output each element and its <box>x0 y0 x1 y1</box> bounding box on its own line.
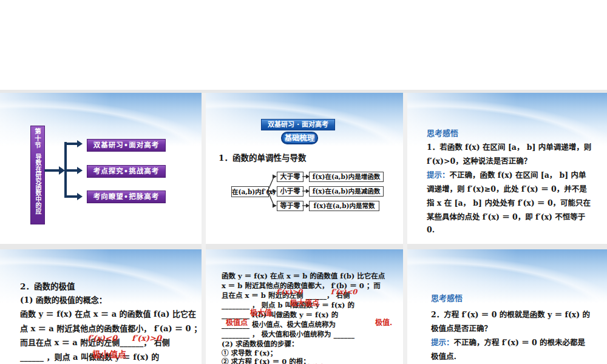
arrow3-shaft <box>66 195 78 198</box>
slide-thumb-nav[interactable]: 第十节 导数在研究函数中的应 双基研习•面对高考 考点探究•挑战高考 考向瞭望•… <box>0 93 202 244</box>
nav-item-kaoxiang[interactable]: 考向瞭望•把脉高考 <box>87 190 166 203</box>
slide-thumb-basics[interactable]: 双基研习 · 面对高考 基础梳理 1．函数的单调性与导数 在(a,b)内f′(x… <box>206 93 403 244</box>
extrema-max-line4: ________ ， 则点 b 叫做函数 y ＝ f(x) 的 <box>222 300 354 309</box>
chapter-number-label: 第十节 <box>33 128 42 149</box>
flow-result-increasing-box: f(x)在(a,b)内是增函数 <box>309 172 384 182</box>
slide-thumb-think1[interactable]: 思考感悟 1．若函数 f(x) 在区间 [a， b] 内单调递增，则 f′(x)… <box>407 93 607 244</box>
slide-thumb-extrema-max[interactable]: 函数 y ＝ f(x) 在点 x ＝ b 的函数值 f(b) 比它在点 x ＝ … <box>206 249 403 364</box>
think2-line3: 不正确，方程 f′(x) ＝ 0 的根未必都是 <box>454 338 586 347</box>
nav-item-kaodian[interactable]: 考点探究•挑战高考 <box>87 165 166 178</box>
arrow1-shaft <box>66 143 78 145</box>
slide-grid-page: { "colors": { "accent_blue": "#2f6eb5", … <box>0 0 607 364</box>
think1-line7: 0. <box>427 225 435 234</box>
column-gap-1 <box>202 93 206 364</box>
think2-line1: 2．方程 f′(x) ＝ 0 的根就是函数 y ＝ f(x) 的 <box>431 308 590 320</box>
hint-prefix-label: 提示： <box>431 338 454 347</box>
annotation-extreme-value: 极值. <box>375 317 392 327</box>
arrow1-head <box>77 140 83 147</box>
annotation-right-condition: f′(x)<0 <box>331 288 357 296</box>
extrema-title: 2．函数的极值 <box>20 280 75 292</box>
think1-line3: 不正确，函数 f(x) 在区间 [a， b] 内单 <box>450 170 586 180</box>
slide-thumb-extrema-min[interactable]: 2．函数的极值 (1) 函数的极值的概念： 函数 y ＝ f(x) 在点 x ＝… <box>0 249 202 364</box>
annotation-max-point: 极大值点 <box>290 297 319 308</box>
think1-hint-line: 提示：不正确，函数 f(x) 在区间 [a， b] 内单 <box>427 169 586 180</box>
extrema-min-line4: ______ ，则点 a 叫做函数 y ＝ f(x) 的 <box>20 351 159 362</box>
think1-line2: f′(x)>0，这种说法是否正确？ <box>427 155 531 166</box>
think2-line4: 极值点. <box>431 350 456 362</box>
annotation-max-value: 极大值 <box>250 307 272 317</box>
annotation-right-condition: f′(x)>0 <box>132 334 161 343</box>
main-arrow-shaft <box>44 169 59 172</box>
think2-line2: 极值点是否正确？ <box>431 322 492 334</box>
extrema-max-line10: ② 求方程 f′(x) ＝ 0 的根； <box>222 356 310 364</box>
chapter-title-label: 导数在研究函数中的应 <box>33 153 42 214</box>
annotation-left-condition: f′(x)<0 <box>87 334 117 343</box>
chapter-vertical-box: 第十节 导数在研究函数中的应 <box>30 126 45 224</box>
basics-badge: 基础梳理 <box>281 132 318 144</box>
arrow3-head <box>77 193 83 200</box>
flow-cond-lt-box: 小于零 <box>277 186 304 197</box>
arrow2-shaft <box>66 169 78 172</box>
think1-line6: 某些具体的点处 f′(x) ＝ 0，即 f′(x) 不恒等于 <box>427 211 585 222</box>
section-banner: 双基研习 · 面对高考 <box>261 119 335 130</box>
extrema-max-line8: (2) 求函数极值的步骤： <box>222 339 298 348</box>
extrema-min-line1: 函数 y ＝ f(x) 在点 x ＝ a 的函数值 f(a) 比它在 <box>20 308 196 319</box>
extrema-subtitle: (1) 函数的极值的概念： <box>20 294 107 305</box>
think1-line4: 调递增，则 f′(x)≥0，此处 f′(x) ＝ 0，并不是 <box>427 183 587 194</box>
extrema-max-line1: 函数 y ＝ f(x) 在点 x ＝ b 的函数值 f(b) 比它在点 <box>222 271 385 280</box>
extrema-min-line2: 点 x ＝ a 附近其他点的函数值都小， f′(a) ＝ 0 ； <box>20 322 202 334</box>
annotation-extreme-point: 极值点 <box>226 317 248 327</box>
flow-result-decreasing-box: f(x)在(a,b)内是减函数 <box>309 186 384 197</box>
extrema-max-line7: ________ ， 极大值和极小值统称为 ______ <box>222 329 354 339</box>
flow-result-constant-box: f(x)在(a,b)内是常数 <box>309 201 379 211</box>
think1-heading: 思考感悟 <box>427 127 458 138</box>
flow-cond-gt-box: 大于零 <box>277 172 304 182</box>
flow-cond-eq-box: 等于零 <box>277 201 304 211</box>
row-separator <box>0 244 607 249</box>
flow-root-box: 在(a,b)内f′(x) <box>231 186 269 197</box>
annotation-min-point: 极小值点 <box>92 348 126 360</box>
think1-line1: 1．若函数 f(x) 在区间 [a， b] 内单调递增，则 <box>427 141 591 152</box>
annotation-left-condition: f′(x)>0 <box>276 288 302 296</box>
column-gap-2 <box>403 93 407 364</box>
hint-prefix-label: 提示： <box>427 170 450 180</box>
monotonicity-heading: 1．函数的单调性与导数 <box>219 151 306 163</box>
slide-thumb-think2[interactable]: 思考感悟 2．方程 f′(x) ＝ 0 的根就是函数 y ＝ f(x) 的 极值… <box>407 249 607 364</box>
think2-heading: 思考感悟 <box>431 292 463 303</box>
think1-line5: 指 x 在 [a， b] 内处处有 f′(x) ＝ 0，可能只在 <box>427 197 591 208</box>
arrow2-head <box>77 167 83 174</box>
nav-item-shuangji[interactable]: 双基研习•面对高考 <box>87 139 166 152</box>
think2-hint-line: 提示：不正确，方程 f′(x) ＝ 0 的根未必都是 <box>431 336 585 348</box>
